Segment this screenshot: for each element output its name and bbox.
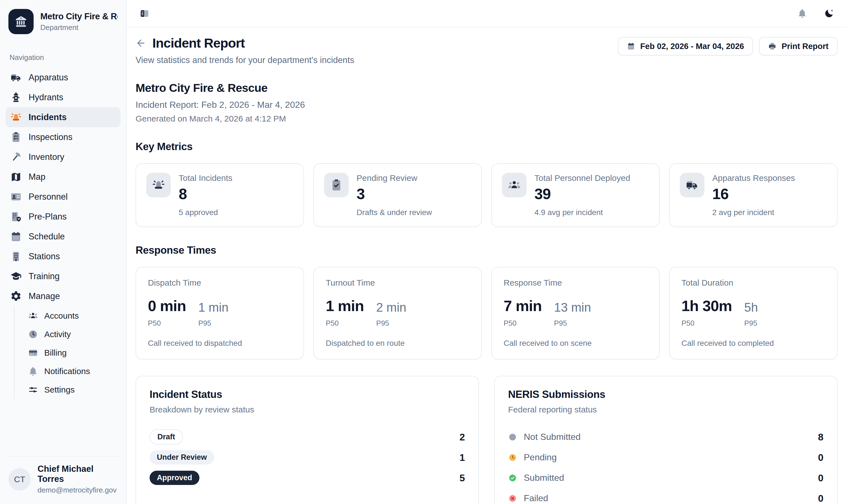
sliders-icon <box>28 385 38 395</box>
clipboard-check-icon <box>330 178 343 192</box>
neris-subtitle: Federal reporting status <box>508 405 824 414</box>
response-card-title: Response Time <box>504 278 647 288</box>
incident-status-subtitle: Breakdown by review status <box>149 405 465 414</box>
department-logo <box>8 9 34 34</box>
sidebar-item-inventory[interactable]: Inventory <box>5 147 120 167</box>
response-card-title: Turnout Time <box>326 278 470 288</box>
sidebar-item-incidents[interactable]: Incidents <box>5 107 120 127</box>
status-row-approved: Approved 5 <box>149 468 465 488</box>
p50-value: 0 min <box>148 297 186 314</box>
sidebar: Metro City Fire & Res... Department Navi… <box>0 0 127 504</box>
page-title: Incident Report <box>152 35 245 51</box>
sidebar-item-inspections[interactable]: Inspections <box>5 127 120 147</box>
calendar-icon <box>627 42 635 50</box>
p50-label: P50 <box>504 319 542 328</box>
sidebar-item-stations[interactable]: Stations <box>5 247 120 266</box>
sidebar-item-manage[interactable]: Manage <box>5 286 120 306</box>
p50-label: P50 <box>326 319 364 328</box>
neris-card: NERIS Submissions Federal reporting stat… <box>494 376 837 504</box>
fire-truck-icon <box>685 178 699 192</box>
sidebar-item-notifications[interactable]: Notifications <box>23 362 120 380</box>
sidebar-item-schedule[interactable]: Schedule <box>5 227 120 247</box>
metric-subtext: 5 approved <box>179 208 293 217</box>
topbar <box>127 0 847 28</box>
sidebar-spacer <box>5 399 120 456</box>
report-meta: Metro City Fire & Rescue Incident Report… <box>136 82 837 124</box>
user-menu[interactable]: CT Chief Michael Torres demo@metrocityfi… <box>5 456 120 494</box>
building-icon <box>10 251 22 263</box>
response-times-row: Dispatch Time 0 min P50 1 min P95 Call r… <box>136 267 837 360</box>
p95-label: P95 <box>376 319 406 328</box>
clipboard-list-icon <box>10 131 22 143</box>
back-button[interactable] <box>136 38 146 49</box>
neris-row-count: 0 <box>818 493 824 504</box>
avatar: CT <box>8 468 31 490</box>
response-card-caption: Call received to completed <box>682 339 825 348</box>
metric-subtext: 2 avg per incident <box>712 208 827 217</box>
report-department: Metro City Fire & Rescue <box>136 82 837 95</box>
sidebar-item-label: Personnel <box>29 192 68 202</box>
page-content: Incident Report View statistics and tren… <box>127 28 847 504</box>
building-shield-icon <box>10 211 22 222</box>
p95-label: P95 <box>198 319 229 328</box>
sidebar-toggle-button[interactable] <box>137 6 152 21</box>
hydrant-icon <box>10 92 22 103</box>
pending-clock-icon <box>508 453 517 462</box>
gray-dot-icon <box>508 433 517 442</box>
neris-row-count: 0 <box>818 472 824 484</box>
sidebar-item-label: Apparatus <box>29 73 68 83</box>
user-email: demo@metrocityfire.gov <box>37 486 118 494</box>
metric-value: 8 <box>179 185 293 202</box>
sidebar-item-label: Incidents <box>29 112 67 122</box>
p95-label: P95 <box>554 319 591 328</box>
sidebar-item-training[interactable]: Training <box>5 266 120 286</box>
response-card-response-time: Response Time 7 min P50 13 min P95 Call … <box>491 267 659 360</box>
status-row-under-review: Under Review 1 <box>149 447 465 468</box>
p50-label: P50 <box>682 319 732 328</box>
status-badge: Draft <box>149 429 183 445</box>
key-metrics-heading: Key Metrics <box>136 141 837 152</box>
print-report-button[interactable]: Print Report <box>759 37 837 55</box>
theme-toggle-button[interactable] <box>822 6 836 21</box>
x-circle-icon <box>508 494 517 503</box>
bank-icon <box>14 15 28 28</box>
sidebar-item-hydrants[interactable]: Hydrants <box>5 87 120 107</box>
sidebar-item-pre-plans[interactable]: Pre-Plans <box>5 206 120 227</box>
p50-value: 1h 30m <box>682 297 732 314</box>
org-type: Department <box>40 23 118 32</box>
sidebar-item-billing[interactable]: Billing <box>23 344 120 362</box>
arrow-left-icon <box>136 38 146 49</box>
users-icon <box>508 178 521 192</box>
clock-icon <box>28 329 38 339</box>
org-header[interactable]: Metro City Fire & Res... Department <box>5 7 120 36</box>
date-range-label: Feb 02, 2026 - Mar 04, 2026 <box>640 42 744 51</box>
id-card-icon <box>10 191 22 203</box>
sidebar-item-settings[interactable]: Settings <box>23 380 120 399</box>
sidebar-item-personnel[interactable]: Personnel <box>5 187 120 206</box>
metric-subtext: Drafts & under review <box>356 208 471 217</box>
sidebar-item-map[interactable]: Map <box>5 167 120 187</box>
status-count: 1 <box>460 452 465 463</box>
response-card-dispatch-time: Dispatch Time 0 min P50 1 min P95 Call r… <box>136 267 304 360</box>
status-badge: Approved <box>149 471 199 485</box>
metric-subtext: 4.9 avg per incident <box>534 208 649 217</box>
gear-icon <box>10 290 22 302</box>
incident-status-card: Incident Status Breakdown by review stat… <box>136 376 479 504</box>
p95-value: 2 min <box>376 301 406 314</box>
metric-label: Total Incidents <box>179 173 293 183</box>
date-range-button[interactable]: Feb 02, 2026 - Mar 04, 2026 <box>618 37 753 55</box>
neris-row-submitted: Submitted 0 <box>508 468 824 488</box>
sidebar-item-activity[interactable]: Activity <box>23 325 120 344</box>
neris-row-label: Submitted <box>524 473 564 483</box>
sidebar-item-accounts[interactable]: Accounts <box>23 307 120 325</box>
sidebar-item-label: Settings <box>44 385 74 395</box>
p50-label: P50 <box>148 319 186 328</box>
neris-list: Not Submitted 8 Pending 0 Submitted 0 Fa… <box>508 427 824 504</box>
metric-icon-tile <box>324 173 349 197</box>
sidebar-item-apparatus[interactable]: Apparatus <box>5 68 120 87</box>
sidebar-item-label: Stations <box>29 251 60 262</box>
status-row-draft: Draft 2 <box>149 427 465 447</box>
response-card-caption: Dispatched to en route <box>326 339 470 348</box>
notifications-button[interactable] <box>795 6 810 21</box>
user-name: Chief Michael Torres <box>37 464 118 484</box>
